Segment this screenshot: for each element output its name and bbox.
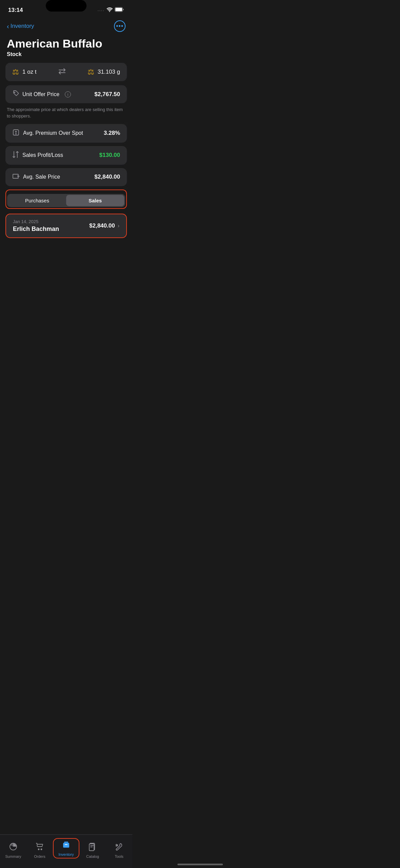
sales-profit-loss-label: Sales Profit/Loss xyxy=(22,152,63,158)
weight-left-icon: ⚖ xyxy=(12,68,19,76)
battery-icon xyxy=(115,7,124,13)
tab-switcher: Purchases Sales xyxy=(7,194,125,207)
unit-right: ⚖ 31.103 g xyxy=(88,68,120,76)
unit-left-value: 1 oz t xyxy=(22,69,37,75)
unit-row-card[interactable]: ⚖ 1 oz t ⚖ 31.103 g xyxy=(5,63,127,81)
sales-profit-loss-card[interactable]: Sales Profit/Loss $130.00 xyxy=(5,146,127,165)
tab-sales[interactable]: Sales xyxy=(66,195,124,206)
more-button[interactable]: ••• xyxy=(114,20,126,32)
info-icon: i xyxy=(65,91,71,97)
tag-icon xyxy=(12,90,19,98)
page-header: American Buffalo Stock xyxy=(0,36,132,63)
status-bar: 13:14 ···· xyxy=(0,0,132,18)
avg-premium-card[interactable]: Avg. Premium Over Spot 3.28% xyxy=(5,124,127,143)
more-icon: ••• xyxy=(116,23,123,29)
unit-right-value: 31.103 g xyxy=(98,69,120,75)
avg-arrow-icon xyxy=(12,173,20,181)
avg-sale-price-card[interactable]: Avg. Sale Price $2,840.00 xyxy=(5,168,127,186)
arrows-ud-icon xyxy=(12,151,19,160)
sale-list-item[interactable]: Jan 14, 2025 Erlich Bachman $2,840.00 › xyxy=(5,214,127,238)
back-button[interactable]: ‹ Inventory xyxy=(7,23,34,30)
unit-offer-price-card[interactable]: Unit Offer Price i $2,767.50 xyxy=(5,85,127,103)
svg-point-4 xyxy=(16,133,16,134)
sale-item-chevron-icon: › xyxy=(118,223,119,229)
sales-profit-loss-left: Sales Profit/Loss xyxy=(12,151,63,160)
page-title: American Buffalo xyxy=(7,37,126,50)
avg-premium-left: Avg. Premium Over Spot xyxy=(12,129,83,138)
avg-premium-value: 3.28% xyxy=(104,130,120,137)
swap-icon xyxy=(58,68,66,76)
page-subtitle: Stock xyxy=(7,51,126,57)
svg-point-2 xyxy=(14,92,15,93)
status-icons: ···· xyxy=(98,7,124,13)
sale-item-info: Jan 14, 2025 Erlich Bachman xyxy=(13,219,59,233)
svg-rect-5 xyxy=(13,174,18,178)
unit-offer-price-value: $2,767.50 xyxy=(94,91,120,98)
avg-sale-price-left: Avg. Sale Price xyxy=(12,173,60,181)
sale-item-right: $2,840.00 › xyxy=(89,222,119,229)
tab-purchases[interactable]: Purchases xyxy=(8,195,66,206)
sale-item-date: Jan 14, 2025 xyxy=(13,219,59,224)
content-area: ⚖ 1 oz t ⚖ 31.103 g Unit Offer Price i xyxy=(0,63,132,272)
status-time: 13:14 xyxy=(8,7,23,14)
unit-offer-price-left: Unit Offer Price i xyxy=(12,90,71,98)
svg-rect-1 xyxy=(115,8,122,11)
back-label: Inventory xyxy=(11,23,34,30)
avg-sale-price-value: $2,840.00 xyxy=(94,174,120,180)
sale-item-name: Erlich Bachman xyxy=(13,225,59,233)
nav-bar: ‹ Inventory ••• xyxy=(0,18,132,36)
sale-item-price: $2,840.00 xyxy=(89,222,115,229)
unit-offer-price-description: The approximate price at which dealers a… xyxy=(5,105,127,124)
avg-sale-price-label: Avg. Sale Price xyxy=(23,174,60,180)
back-chevron-icon: ‹ xyxy=(7,23,9,30)
wifi-icon xyxy=(107,7,113,13)
unit-offer-price-label: Unit Offer Price xyxy=(22,91,59,97)
notch xyxy=(46,0,87,12)
tab-switcher-wrapper: Purchases Sales xyxy=(5,189,127,209)
sales-profit-loss-value: $130.00 xyxy=(99,152,120,159)
signal-icon: ···· xyxy=(98,8,104,13)
weight-right-icon: ⚖ xyxy=(88,68,94,76)
star-icon xyxy=(12,129,20,138)
avg-premium-label: Avg. Premium Over Spot xyxy=(23,130,83,136)
unit-left: ⚖ 1 oz t xyxy=(12,68,37,76)
